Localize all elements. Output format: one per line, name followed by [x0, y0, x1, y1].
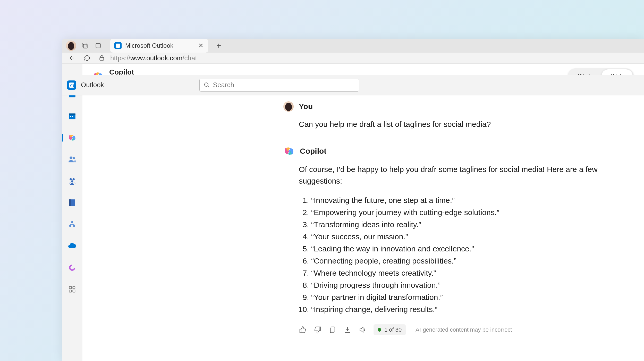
calendar-icon	[68, 112, 77, 120]
groups-icon	[68, 177, 77, 185]
user-message: You Can you help me draft a list of tagl…	[98, 101, 629, 130]
nav-more-apps[interactable]	[67, 284, 77, 294]
user-sender-label: You	[299, 102, 313, 111]
org-chart-icon	[68, 220, 76, 228]
svg-rect-0	[82, 43, 86, 47]
dislike-button[interactable]	[314, 326, 321, 334]
response-counter-badge[interactable]: 1 of 30	[374, 324, 406, 335]
browser-addressbar: https://www.outlook.com/chat	[62, 53, 644, 64]
back-button[interactable]	[66, 53, 76, 63]
user-message-text: Can you help me draft a list of taglines…	[299, 118, 629, 130]
outlook-app-title: Outlook	[81, 81, 104, 89]
copy-button[interactable]	[329, 326, 336, 334]
nav-onedrive[interactable]	[67, 241, 77, 251]
svg-point-17	[69, 225, 71, 227]
tagline-item: “Where technology meets creativity.”	[311, 267, 629, 279]
response-actions: 1 of 30 AI-generated content may be inco…	[299, 324, 629, 335]
svg-point-10	[73, 157, 75, 160]
app-body: Copilot Can you help me draft... Work We…	[62, 64, 644, 361]
cloud-icon	[67, 241, 77, 251]
search-input[interactable]	[213, 81, 355, 89]
copilot-icon	[68, 133, 77, 142]
apps-grid-icon	[68, 285, 76, 293]
tab-title: Microsoft Outlook	[125, 42, 198, 49]
nav-calendar[interactable]	[67, 111, 77, 121]
tagline-item: “Transforming ideas into reality.”	[311, 219, 629, 230]
svg-rect-8	[72, 116, 73, 117]
people-icon	[68, 155, 77, 164]
nav-copilot[interactable]	[67, 133, 77, 143]
new-tab-button[interactable]: +	[214, 41, 223, 50]
status-dot-icon	[378, 328, 381, 332]
tagline-item: “Your success, our mission.”	[311, 231, 629, 242]
search-box[interactable]	[199, 79, 359, 92]
svg-point-12	[72, 178, 75, 180]
svg-point-13	[71, 180, 73, 183]
tab-actions-icon[interactable]	[94, 41, 103, 50]
browser-window: Microsoft Outlook ✕ + https://www.outloo…	[62, 39, 644, 361]
svg-point-16	[71, 221, 73, 223]
tagline-list: “Innovating the future, one step at a ti…	[299, 194, 629, 315]
svg-rect-23	[331, 327, 335, 332]
refresh-button[interactable]	[82, 53, 92, 63]
svg-point-9	[70, 157, 72, 159]
browser-tab[interactable]: Microsoft Outlook ✕	[110, 39, 208, 53]
outlook-logo-icon	[67, 80, 76, 90]
workspaces-icon[interactable]	[80, 41, 89, 50]
like-button[interactable]	[299, 326, 307, 334]
chat-area: You Can you help me draft a list of tagl…	[82, 88, 644, 361]
svg-point-18	[73, 225, 75, 227]
tagline-item: “Innovating the future, one step at a ti…	[311, 194, 629, 206]
nav-loop[interactable]	[67, 263, 77, 273]
tagline-item: “Empowering your journey with cutting-ed…	[311, 207, 629, 218]
outlook-favicon-icon	[114, 42, 122, 49]
assistant-intro: Of course, I'd be happy to help you draf…	[299, 165, 598, 185]
address-bar[interactable]: https://www.outlook.com/chat	[98, 54, 197, 62]
svg-rect-6	[69, 113, 75, 115]
svg-rect-19	[69, 286, 72, 289]
user-avatar	[283, 101, 294, 112]
outlook-header: Outlook	[62, 75, 644, 95]
lock-icon	[98, 55, 105, 61]
browser-titlebar: Microsoft Outlook ✕ +	[62, 39, 644, 53]
assistant-sender-label: Copilot	[300, 147, 326, 155]
nav-org[interactable]	[67, 219, 77, 229]
svg-rect-1	[83, 44, 87, 48]
read-aloud-button[interactable]	[359, 326, 366, 334]
ai-disclaimer: AI-generated content may be incorrect	[416, 326, 512, 333]
nav-groups[interactable]	[67, 176, 77, 186]
svg-rect-22	[73, 290, 75, 292]
notebook-icon	[68, 198, 77, 207]
svg-point-11	[70, 178, 72, 180]
main-content: Copilot Can you help me draft... Work We…	[82, 64, 644, 361]
export-button[interactable]	[344, 326, 351, 334]
svg-rect-7	[70, 116, 71, 117]
response-counter: 1 of 30	[384, 326, 402, 333]
close-tab-button[interactable]: ✕	[198, 43, 204, 49]
loop-icon	[68, 264, 76, 272]
tagline-item: “Inspiring change, delivering results.”	[311, 303, 629, 315]
copilot-avatar-icon	[283, 145, 295, 157]
svg-rect-15	[69, 199, 71, 206]
profile-avatar[interactable]	[66, 40, 76, 51]
nav-people[interactable]	[67, 154, 77, 164]
left-nav-rail	[62, 64, 82, 361]
url-text: https://www.outlook.com/chat	[110, 54, 197, 62]
svg-rect-3	[100, 58, 104, 60]
tagline-item: “Your partner in digital transformation.…	[311, 291, 629, 303]
tagline-item: “Leading the way in innovation and excel…	[311, 243, 629, 255]
assistant-message-text: Of course, I'd be happy to help you draf…	[299, 163, 629, 315]
svg-rect-21	[69, 290, 72, 292]
tagline-item: “Driving progress through innovation.”	[311, 279, 629, 291]
tagline-item: “Connecting people, creating possibiliti…	[311, 255, 629, 267]
svg-rect-2	[96, 43, 100, 48]
svg-point-4	[205, 83, 208, 86]
assistant-message: Copilot Of course, I'd be happy to help …	[98, 145, 629, 335]
nav-onenote[interactable]	[67, 198, 77, 208]
search-icon	[204, 82, 210, 88]
svg-rect-20	[73, 286, 75, 289]
